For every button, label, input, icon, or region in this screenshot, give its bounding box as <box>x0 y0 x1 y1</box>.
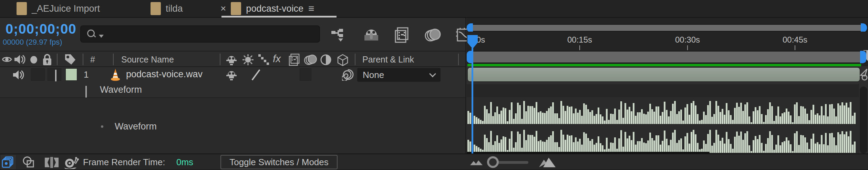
waveform-bar <box>751 122 752 124</box>
waveform-bar <box>804 109 806 124</box>
shy-icon[interactable] <box>226 54 237 66</box>
playhead-line[interactable] <box>472 48 473 154</box>
waveform-bar <box>746 131 748 153</box>
waveform-bar <box>544 113 546 124</box>
group-expand-chevron-icon[interactable] <box>85 86 87 97</box>
label-color-swatch[interactable] <box>65 68 77 81</box>
waveform-bar <box>523 130 525 153</box>
column-parent-link[interactable]: Parent & Link <box>362 55 414 65</box>
work-area-end-handle[interactable] <box>860 51 866 63</box>
tab-podcast-voice[interactable]: × podcast-voice ≡ <box>220 0 314 17</box>
tab-aejuice-import[interactable]: _AEJuice Import <box>17 0 100 17</box>
column-divider[interactable] <box>220 54 220 65</box>
parent-dropdown-value: None <box>363 70 384 80</box>
fx-icon[interactable]: fx <box>273 53 281 65</box>
waveform-bar <box>498 143 500 153</box>
marker-flag-icon[interactable] <box>859 68 868 81</box>
waveform-bar <box>529 135 531 153</box>
search-options-caret-icon[interactable] <box>99 35 104 38</box>
search-input[interactable] <box>104 26 319 42</box>
column-source-name[interactable]: Source Name <box>121 55 174 65</box>
layer-expand-chevron-icon[interactable] <box>55 70 56 80</box>
solo-cell[interactable] <box>31 68 45 81</box>
waveform-bar <box>829 104 831 124</box>
folder-icon <box>231 2 241 15</box>
quality-toggle-icon[interactable] <box>250 68 262 81</box>
waveform-bar <box>571 135 572 153</box>
in-out-duration-pane-icon[interactable] <box>44 156 59 169</box>
waveform-group-label: Waveform <box>100 84 142 95</box>
waveform-bar <box>513 119 515 124</box>
waveform-bar <box>823 115 825 124</box>
draft-3d-icon[interactable] <box>363 28 380 42</box>
shy-toggle-icon[interactable] <box>226 69 237 81</box>
column-divider[interactable] <box>113 54 114 65</box>
waveform-bar <box>761 114 763 124</box>
waveform-bar <box>844 105 845 124</box>
render-time-pane-icon[interactable] <box>63 156 79 170</box>
waveform-bar <box>736 103 738 124</box>
zoom-in-icon[interactable] <box>538 157 556 168</box>
waveform-bar <box>538 112 539 124</box>
switch-cell[interactable] <box>300 68 311 81</box>
collapse-transformations-icon[interactable] <box>242 54 254 66</box>
motion-blur-icon[interactable] <box>424 28 442 42</box>
audio-icon[interactable] <box>14 54 25 65</box>
3d-layer-icon[interactable] <box>336 54 349 67</box>
waveform-property-row[interactable]: Waveform <box>0 119 465 135</box>
search-box[interactable] <box>80 25 320 43</box>
eye-icon[interactable] <box>2 54 12 65</box>
audio-enabled-icon[interactable] <box>12 69 24 81</box>
layer-duration-bar[interactable] <box>467 67 860 82</box>
work-area-bar[interactable] <box>467 51 866 63</box>
column-divider[interactable] <box>83 54 83 65</box>
layer-name[interactable]: podcast-voice.wav <box>126 69 203 80</box>
waveform-bar <box>525 140 527 153</box>
timeline-zoom-knob[interactable] <box>487 156 499 168</box>
folder-icon <box>151 2 161 15</box>
tab-tilda[interactable]: tilda <box>151 0 183 17</box>
adjustment-layer-icon[interactable] <box>320 54 332 66</box>
time-navigator-start-handle[interactable] <box>467 23 473 32</box>
waveform-bar <box>565 140 566 153</box>
lock-icon[interactable] <box>42 54 52 66</box>
frame-blending-icon[interactable] <box>288 54 300 66</box>
waveform-bar <box>676 143 678 153</box>
waveform-group-row[interactable]: Waveform <box>0 82 465 98</box>
column-index[interactable]: # <box>90 55 95 65</box>
waveform-bar <box>503 107 504 124</box>
column-divider[interactable] <box>57 54 58 65</box>
solo-icon[interactable] <box>30 56 38 64</box>
waveform-bar <box>596 143 597 153</box>
time-navigator-bar[interactable] <box>467 24 867 32</box>
waveform-bar <box>707 105 709 124</box>
waveform-bar <box>534 137 535 153</box>
ruler-tick <box>795 45 795 50</box>
waveform-bar <box>602 116 603 124</box>
column-divider[interactable] <box>355 54 355 65</box>
time-ruler[interactable]: :00s 00:15s 00:30s 00:45s <box>467 32 868 51</box>
toggle-switches-modes-button[interactable]: Toggle Switches / Modes <box>220 155 338 169</box>
transfer-controls-pane-icon[interactable] <box>21 156 37 169</box>
parent-dropdown[interactable]: None <box>357 68 441 82</box>
waveform-bar <box>515 113 517 124</box>
layer-row[interactable]: 1 podcast-voice.wav None <box>0 67 465 82</box>
quality-icon[interactable] <box>258 54 269 66</box>
motion-blur-icon[interactable] <box>303 54 318 66</box>
label-icon[interactable] <box>64 54 77 66</box>
column-divider[interactable] <box>458 54 459 65</box>
pick-whip-icon[interactable] <box>342 68 354 81</box>
waveform-bar <box>765 115 767 124</box>
current-time-display[interactable]: 0;00;00;00 <box>6 21 76 37</box>
waveform-bar <box>813 105 814 124</box>
tab-label: podcast-voice <box>246 3 303 14</box>
vertical-scrollbar-thumb[interactable] <box>860 87 867 154</box>
comp-mini-flowchart-icon[interactable] <box>331 28 349 42</box>
frame-blending-icon[interactable] <box>394 27 409 43</box>
zoom-out-icon[interactable] <box>469 159 483 166</box>
close-icon[interactable]: × <box>220 3 226 14</box>
panel-menu-icon[interactable]: ≡ <box>308 3 314 14</box>
layer-switches-pane-icon[interactable] <box>1 155 16 169</box>
lock-cell[interactable] <box>48 68 61 81</box>
waveform-bar <box>606 138 608 153</box>
